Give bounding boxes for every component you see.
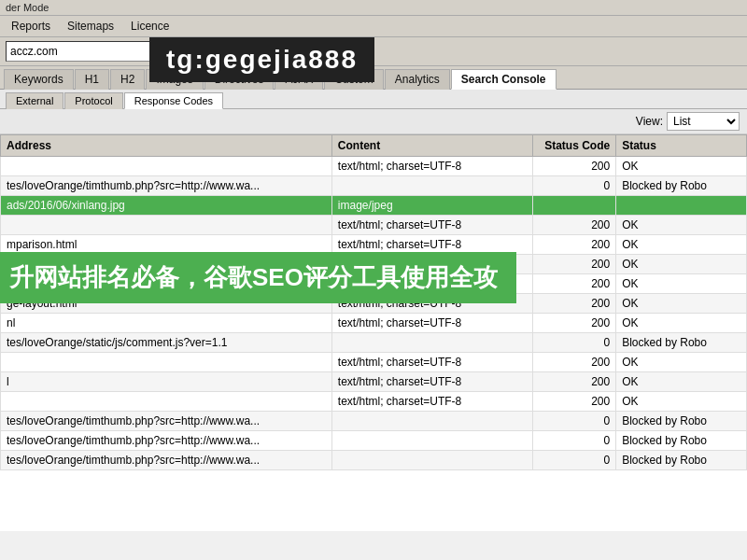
cell-status-code: 0 bbox=[532, 176, 615, 196]
cell-content bbox=[331, 451, 532, 470]
cell-status: Blocked by Robo bbox=[616, 176, 747, 196]
cell-status-code: 0 bbox=[532, 451, 615, 470]
cell-status: Blocked by Robo bbox=[616, 451, 747, 470]
cell-address: nl bbox=[1, 314, 332, 333]
cell-content bbox=[331, 431, 532, 451]
col-header-status: Status bbox=[616, 135, 747, 157]
cell-address bbox=[1, 157, 332, 176]
cell-content bbox=[331, 176, 532, 196]
cell-status-code: 200 bbox=[532, 353, 615, 372]
overlay-text: 升网站排名必备，谷歌SEO评分工具使用全攻 bbox=[0, 252, 516, 303]
cell-status: OK bbox=[616, 274, 747, 294]
tab-search-console[interactable]: Search Console bbox=[451, 69, 557, 90]
cell-address bbox=[1, 353, 332, 372]
cell-status-code: 200 bbox=[532, 392, 615, 412]
top-bar-title: der Mode bbox=[6, 2, 49, 13]
cell-status-code: 0 bbox=[532, 333, 615, 353]
cell-address: tes/loveOrange/timthumb.php?src=http://w… bbox=[1, 176, 332, 196]
cell-status: OK bbox=[616, 392, 747, 412]
cell-address: tes/loveOrange/static/js/comment.js?ver=… bbox=[1, 333, 332, 353]
menu-licence[interactable]: Licence bbox=[123, 18, 176, 35]
table-row[interactable]: text/html; charset=UTF-8200OK bbox=[1, 157, 747, 176]
cell-content bbox=[331, 333, 532, 353]
cell-content bbox=[331, 412, 532, 431]
sub-tabs: External Protocol Response Codes bbox=[0, 90, 747, 109]
cell-status-code: 200 bbox=[532, 372, 615, 392]
cell-status: OK bbox=[616, 294, 747, 314]
subtab-protocol[interactable]: Protocol bbox=[64, 92, 122, 109]
cell-status-code: 200 bbox=[532, 235, 615, 255]
menu-reports[interactable]: Reports bbox=[4, 18, 58, 35]
cell-status bbox=[616, 196, 747, 216]
table-row[interactable]: nltext/html; charset=UTF-8200OK bbox=[1, 314, 747, 333]
top-bar: der Mode bbox=[0, 0, 747, 16]
menu-bar: Reports Sitemaps Licence bbox=[0, 16, 747, 37]
cell-address bbox=[1, 216, 332, 235]
cell-status: Blocked by Robo bbox=[616, 431, 747, 451]
cell-content: text/html; charset=UTF-8 bbox=[331, 216, 532, 235]
cell-status: Blocked by Robo bbox=[616, 412, 747, 431]
table-container: 升网站排名必备，谷歌SEO评分工具使用全攻 Address Content St… bbox=[0, 134, 747, 531]
table-row[interactable]: tes/loveOrange/timthumb.php?src=http://w… bbox=[1, 431, 747, 451]
table-row[interactable]: ads/2016/06/xinlang.jpgimage/jpeg bbox=[1, 196, 747, 216]
cell-content: text/html; charset=UTF-8 bbox=[331, 157, 532, 176]
cell-status: OK bbox=[616, 353, 747, 372]
cell-content: image/jpeg bbox=[331, 196, 532, 216]
menu-sitemaps[interactable]: Sitemaps bbox=[60, 18, 121, 35]
table-row[interactable]: ltext/html; charset=UTF-8200OK bbox=[1, 372, 747, 392]
watermark-overlay: tg:gegejia888 bbox=[149, 37, 374, 82]
tab-analytics[interactable]: Analytics bbox=[385, 69, 450, 90]
cell-status-code bbox=[532, 196, 615, 216]
cell-content: text/html; charset=UTF-8 bbox=[331, 353, 532, 372]
cell-status: OK bbox=[616, 372, 747, 392]
cell-status-code: 0 bbox=[532, 431, 615, 451]
view-label: View: bbox=[636, 115, 663, 128]
cell-status-code: 200 bbox=[532, 216, 615, 235]
cell-status-code: 0 bbox=[532, 412, 615, 431]
cell-status: Blocked by Robo bbox=[616, 333, 747, 353]
cell-status-code: 200 bbox=[532, 255, 615, 274]
cell-content: text/html; charset=UTF-8 bbox=[331, 314, 532, 333]
url-bar: tg:gegejia888 Clear bbox=[0, 37, 747, 66]
cell-status-code: 200 bbox=[532, 274, 615, 294]
table-row[interactable]: text/html; charset=UTF-8200OK bbox=[1, 216, 747, 235]
cell-content: text/html; charset=UTF-8 bbox=[331, 372, 532, 392]
cell-address bbox=[1, 392, 332, 412]
cell-status: OK bbox=[616, 157, 747, 176]
cell-status: OK bbox=[616, 216, 747, 235]
table-row[interactable]: tes/loveOrange/timthumb.php?src=http://w… bbox=[1, 412, 747, 431]
table-header-row: Address Content Status Code Status bbox=[1, 135, 747, 157]
table-row[interactable]: text/html; charset=UTF-8200OK bbox=[1, 353, 747, 372]
tab-h2[interactable]: H2 bbox=[110, 69, 145, 90]
cell-status-code: 200 bbox=[532, 314, 615, 333]
col-header-status-code: Status Code bbox=[532, 135, 615, 157]
tab-h1[interactable]: H1 bbox=[75, 69, 109, 90]
col-header-address: Address bbox=[1, 135, 332, 157]
tab-keywords[interactable]: Keywords bbox=[4, 69, 74, 90]
subtab-external[interactable]: External bbox=[6, 92, 63, 109]
cell-status: OK bbox=[616, 235, 747, 255]
cell-address: l bbox=[1, 372, 332, 392]
cell-status-code: 200 bbox=[532, 157, 615, 176]
view-select[interactable]: List Summary bbox=[667, 112, 740, 131]
table-row[interactable]: text/html; charset=UTF-8200OK bbox=[1, 392, 747, 412]
cell-status-code: 200 bbox=[532, 294, 615, 314]
cell-address: tes/loveOrange/timthumb.php?src=http://w… bbox=[1, 431, 332, 451]
col-header-content: Content bbox=[331, 135, 532, 157]
table-row[interactable]: tes/loveOrange/timthumb.php?src=http://w… bbox=[1, 176, 747, 196]
cell-status: OK bbox=[616, 314, 747, 333]
cell-status: OK bbox=[616, 255, 747, 274]
table-row[interactable]: tes/loveOrange/static/js/comment.js?ver=… bbox=[1, 333, 747, 353]
subtab-response-codes[interactable]: Response Codes bbox=[124, 92, 223, 109]
cell-content: text/html; charset=UTF-8 bbox=[331, 392, 532, 412]
table-row[interactable]: tes/loveOrange/timthumb.php?src=http://w… bbox=[1, 451, 747, 470]
cell-address: ads/2016/06/xinlang.jpg bbox=[1, 196, 332, 216]
cell-address: tes/loveOrange/timthumb.php?src=http://w… bbox=[1, 451, 332, 470]
view-bar: View: List Summary bbox=[0, 109, 747, 134]
cell-address: tes/loveOrange/timthumb.php?src=http://w… bbox=[1, 412, 332, 431]
